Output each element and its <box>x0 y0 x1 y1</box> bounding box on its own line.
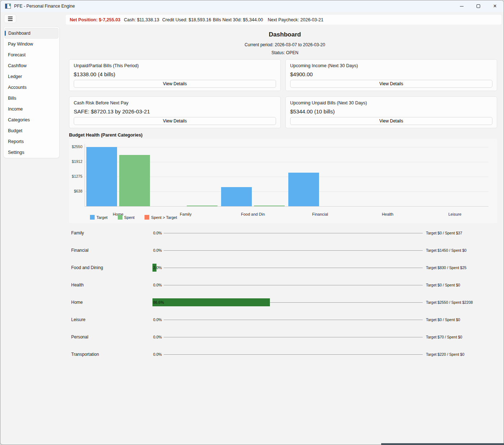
bills-next-30d-value: Bills Next 30d: $5,344.00 <box>213 17 263 22</box>
progress-percent-label: 0.0% <box>153 317 162 322</box>
period-status-text: Status: OPEN <box>69 50 501 55</box>
budget-row-category: Food and Dining <box>71 265 103 270</box>
budget-row-detail: Target $0 / Spent $0 <box>426 317 460 322</box>
bar-target-food-and-din <box>221 187 252 206</box>
x-axis-line <box>85 206 488 207</box>
card-0: Unpaid/Partial Bills (This Period)$1338.… <box>69 59 281 91</box>
x-axis-label: Financial <box>295 212 345 216</box>
card-2: Cash Risk Before Next PaySAFE: $8720.13 … <box>69 96 281 128</box>
view-details-button[interactable]: View Details <box>290 80 492 88</box>
budget-row-personal: Personal0.0%Target $70 / Spent $0 <box>69 328 501 346</box>
bar-spent-food-and-din <box>254 206 285 206</box>
progress-percent-label: 0.0% <box>153 352 162 357</box>
legend-label: Spent > Target <box>151 215 177 220</box>
budget-progress-bar: 0.0% <box>152 311 423 328</box>
y-tick-label: $2550 <box>69 144 82 149</box>
window-controls: × <box>453 0 503 12</box>
sidebar-item-settings[interactable]: Settings <box>4 147 59 158</box>
legend-label: Spent <box>124 215 135 220</box>
bar-spent-family <box>187 206 217 206</box>
maximize-button[interactable] <box>470 0 487 12</box>
minimize-icon <box>460 6 464 7</box>
budget-row-transportation: Transportation0.0%Target $220 / Spent $0 <box>69 346 501 363</box>
budget-row-home: Home86.6%Target $2550 / Spent $2208 <box>69 294 501 311</box>
app-window: PFE - Personal Finance Engine × Net Posi… <box>0 0 504 445</box>
budget-row-detail: Target $830 / Spent $25 <box>426 265 466 270</box>
legend-item-spent: Spent <box>118 215 135 220</box>
bar-spent-home <box>119 155 150 206</box>
budget-row-detail: Target $70 / Spent $0 <box>426 335 462 339</box>
summary-cards: Unpaid/Partial Bills (This Period)$1338.… <box>69 59 497 128</box>
budget-row-detail: Target $1450 / Spent $0 <box>426 248 466 252</box>
y-tick-label: $1912 <box>69 159 82 164</box>
budget-row-category: Personal <box>71 334 88 340</box>
card-title: Upcoming Income (Next 30 Days) <box>290 63 492 68</box>
sidebar-item-ledger[interactable]: Ledger <box>4 71 59 82</box>
view-details-button[interactable]: View Details <box>74 117 276 125</box>
sidebar-item-cashflow[interactable]: Cashflow <box>4 60 59 71</box>
bar-target-home <box>86 147 117 206</box>
progress-percent-label: 3.0% <box>153 265 162 270</box>
minimize-button[interactable] <box>453 0 470 12</box>
page-title: Dashboard <box>69 31 501 38</box>
budget-row-category: Home <box>71 300 83 305</box>
budget-row-detail: Target $0 / Spent $0 <box>426 283 460 287</box>
y-axis-line <box>85 144 85 206</box>
progress-track-line <box>164 233 423 233</box>
menu-toggle-button[interactable] <box>4 14 16 23</box>
budget-row-category: Transportation <box>71 352 99 357</box>
desktop-strip <box>381 443 504 445</box>
budget-row-detail: Target $220 / Spent $0 <box>426 352 464 357</box>
progress-track-line <box>164 337 423 337</box>
current-period-text: Current period: 2026-03-07 to 2026-03-20 <box>69 42 501 47</box>
gridline <box>85 147 488 147</box>
budget-progress-bar: 0.0% <box>152 346 423 363</box>
sidebar-item-forecast[interactable]: Forecast <box>4 49 59 60</box>
card-title: Upcoming Unpaid Bills (Next 30 Days) <box>290 100 492 105</box>
budget-progress-bar: 0.0% <box>152 276 423 294</box>
sidebar-item-reports[interactable]: Reports <box>4 136 59 147</box>
legend-item-target: Target <box>90 215 108 220</box>
card-value: $1338.00 (4 bills) <box>74 71 276 77</box>
sidebar-item-budget[interactable]: Budget <box>4 125 59 136</box>
budget-row-category: Health <box>71 282 84 288</box>
budget-row-financial: Financial0.0%Target $1450 / Spent $0 <box>69 242 501 259</box>
y-tick-label: $638 <box>69 189 82 193</box>
net-position-value: Net Position: $-7,255.03 <box>70 17 120 22</box>
progress-percent-label: 86.6% <box>153 300 164 304</box>
legend-swatch <box>145 215 149 220</box>
sidebar-item-bills[interactable]: Bills <box>4 93 59 104</box>
hamburger-icon <box>8 17 13 21</box>
budget-row-family: Family0.0%Target $0 / Spent $37 <box>69 224 501 242</box>
card-value: $4900.00 <box>290 71 492 77</box>
legend-swatch <box>118 215 122 220</box>
title-bar: PFE - Personal Finance Engine × <box>0 0 504 12</box>
sidebar-item-income[interactable]: Income <box>4 104 59 115</box>
budget-row-food-and-dining: Food and Dining3.0%Target $830 / Spent $… <box>69 259 501 276</box>
app-icon <box>5 4 11 9</box>
progress-percent-label: 0.0% <box>153 283 162 287</box>
sidebar-item-accounts[interactable]: Accounts <box>4 82 59 93</box>
next-paycheck-value: Next Paycheck: 2026-03-21 <box>268 17 323 22</box>
sidebar-item-dashboard[interactable]: Dashboard <box>4 28 59 39</box>
sidebar: DashboardPay WindowForecastCashflowLedge… <box>3 26 60 158</box>
sidebar-item-pay-window[interactable]: Pay Window <box>4 39 59 49</box>
x-axis-label: Leisure <box>430 212 480 216</box>
maximize-icon <box>477 4 480 8</box>
card-value: $5344.00 (10 bills) <box>290 108 492 115</box>
view-details-button[interactable]: View Details <box>290 117 492 125</box>
budget-row-category: Family <box>71 230 84 236</box>
view-details-button[interactable]: View Details <box>74 80 276 88</box>
budget-row-category: Leisure <box>71 317 85 322</box>
card-title: Cash Risk Before Next Pay <box>74 100 276 105</box>
budget-health-chart: $2550$1912$1275$638HomeFamilyFood and Di… <box>69 139 497 223</box>
bar-target-financial <box>288 173 319 206</box>
budget-row-detail: Target $2550 / Spent $2208 <box>426 300 473 304</box>
budget-row-leisure: Leisure0.0%Target $0 / Spent $0 <box>69 311 501 328</box>
close-button[interactable]: × <box>487 0 503 12</box>
sidebar-item-categories[interactable]: Categories <box>4 115 59 125</box>
budget-progress-bar: 3.0% <box>152 259 423 276</box>
x-axis-label: Food and Din <box>228 212 278 216</box>
budget-rows: Family0.0%Target $0 / Spent $37Financial… <box>69 224 501 363</box>
cash-value: Cash: $11,338.13 <box>124 17 159 22</box>
